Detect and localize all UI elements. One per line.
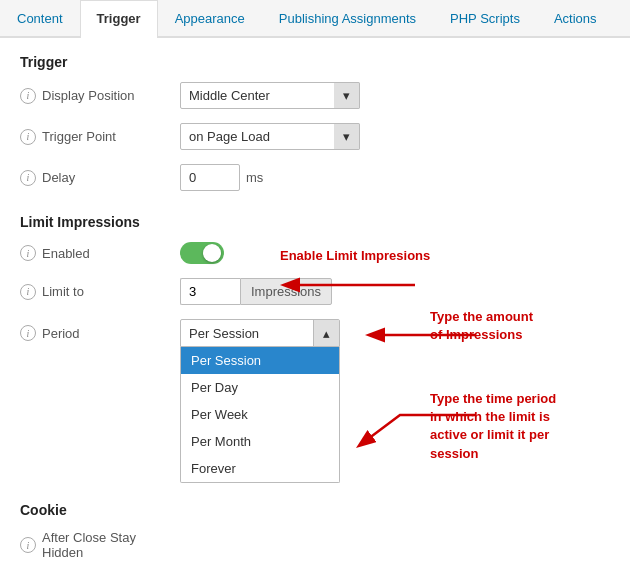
delay-label: i Delay [20,170,180,186]
period-option-per-session[interactable]: Per Session [181,347,339,374]
tab-actions[interactable]: Actions [537,0,614,36]
period-select-button[interactable]: Per Session ▴ [180,319,340,347]
enabled-label: i Enabled [20,245,180,261]
period-option-per-day[interactable]: Per Day [181,374,339,401]
enabled-info-icon[interactable]: i [20,245,36,261]
limit-to-info-icon[interactable]: i [20,284,36,300]
delay-unit: ms [246,170,263,185]
trigger-point-label: i Trigger Point [20,129,180,145]
period-info-icon[interactable]: i [20,325,36,341]
period-selected-value: Per Session [189,326,259,341]
trigger-point-select-wrap: on Page Load ▾ [180,123,360,150]
display-position-info-icon[interactable]: i [20,88,36,104]
limit-impressions-section-title: Limit Impressions [20,214,610,230]
tab-appearance[interactable]: Appearance [158,0,262,36]
enabled-row: i Enabled [20,242,610,264]
period-option-forever[interactable]: Forever [181,455,339,482]
tab-bar: Content Trigger Appearance Publishing As… [0,0,630,38]
after-close-label: i After Close Stay Hidden [20,530,180,560]
period-option-per-week[interactable]: Per Week [181,401,339,428]
period-select-wrap: Per Session ▴ Per Session Per Day Per We… [180,319,340,347]
period-chevron-icon: ▴ [313,320,339,346]
delay-row: i Delay ms [20,164,610,191]
tab-publishing-assignments[interactable]: Publishing Assignments [262,0,433,36]
tab-adv[interactable]: Adv [614,0,630,36]
trigger-point-info-icon[interactable]: i [20,129,36,145]
trigger-point-select[interactable]: on Page Load [180,123,360,150]
impressions-wrap: Impressions [180,278,332,305]
limit-to-row: i Limit to Impressions [20,278,610,305]
delay-info-icon[interactable]: i [20,170,36,186]
trigger-section-title: Trigger [20,54,610,70]
trigger-content: Trigger i Display Position Middle Center… [0,38,630,563]
cookie-section-title: Cookie [20,502,610,518]
tab-content[interactable]: Content [0,0,80,36]
impressions-unit: Impressions [240,278,332,305]
trigger-point-row: i Trigger Point on Page Load ▾ [20,123,610,150]
period-row: i Period Per Session ▴ Per Session Per D… [20,319,610,347]
display-position-select-wrap: Middle Center ▾ [180,82,360,109]
period-option-per-month[interactable]: Per Month [181,428,339,455]
display-position-row: i Display Position Middle Center ▾ [20,82,610,109]
after-close-row: i After Close Stay Hidden [20,530,610,560]
display-position-label: i Display Position [20,88,180,104]
tab-php-scripts[interactable]: PHP Scripts [433,0,537,36]
period-label: i Period [20,319,180,341]
after-close-info-icon[interactable]: i [20,537,36,553]
impressions-input[interactable] [180,278,240,305]
period-dropdown: Per Session Per Day Per Week Per Month F… [180,347,340,483]
limit-to-label: i Limit to [20,284,180,300]
enabled-toggle[interactable] [180,242,224,264]
display-position-select[interactable]: Middle Center [180,82,360,109]
tab-trigger[interactable]: Trigger [80,0,158,38]
delay-input[interactable] [180,164,240,191]
